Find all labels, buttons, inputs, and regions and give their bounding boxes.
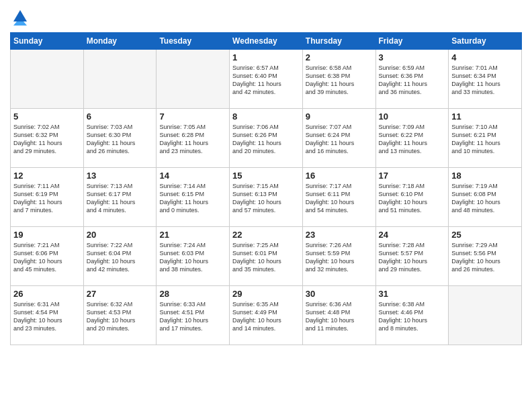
- day-number: 20: [87, 230, 154, 240]
- day-info: Sunrise: 7:28 AM Sunset: 5:57 PM Dayligh…: [379, 241, 446, 274]
- day-number: 16: [306, 171, 373, 181]
- day-number: 25: [451, 230, 519, 240]
- day-number: 9: [306, 111, 373, 122]
- weekday-header-sunday: Sunday: [11, 33, 84, 50]
- logo: [10, 7, 32, 27]
- day-number: 8: [232, 111, 300, 122]
- calendar-cell: 9Sunrise: 7:07 AM Sunset: 6:24 PM Daylig…: [302, 109, 375, 168]
- weekday-header-saturday: Saturday: [449, 33, 522, 50]
- calendar-cell: 3Sunrise: 6:59 AM Sunset: 6:36 PM Daylig…: [375, 50, 449, 109]
- svg-marker-0: [13, 10, 27, 21]
- calendar-cell: 13Sunrise: 7:13 AM Sunset: 6:17 PM Dayli…: [83, 168, 157, 227]
- calendar-cell: 21Sunrise: 7:24 AM Sunset: 6:03 PM Dayli…: [157, 227, 230, 286]
- svg-marker-1: [13, 21, 27, 26]
- week-row-4: 19Sunrise: 7:21 AM Sunset: 6:06 PM Dayli…: [11, 227, 522, 286]
- calendar-cell: 1Sunrise: 6:57 AM Sunset: 6:40 PM Daylig…: [230, 50, 303, 109]
- calendar-cell: 24Sunrise: 7:28 AM Sunset: 5:57 PM Dayli…: [375, 227, 449, 286]
- weekday-header-tuesday: Tuesday: [157, 33, 230, 50]
- day-info: Sunrise: 7:06 AM Sunset: 6:26 PM Dayligh…: [232, 123, 300, 156]
- day-info: Sunrise: 6:58 AM Sunset: 6:38 PM Dayligh…: [306, 64, 373, 97]
- day-info: Sunrise: 7:11 AM Sunset: 6:19 PM Dayligh…: [13, 182, 81, 215]
- calendar-cell: 8Sunrise: 7:06 AM Sunset: 6:26 PM Daylig…: [230, 109, 303, 168]
- calendar-cell: [83, 50, 157, 109]
- day-info: Sunrise: 6:36 AM Sunset: 4:48 PM Dayligh…: [306, 300, 373, 333]
- calendar-cell: 10Sunrise: 7:09 AM Sunset: 6:22 PM Dayli…: [375, 109, 449, 168]
- day-number: 1: [232, 52, 300, 62]
- calendar-table: SundayMondayTuesdayWednesdayThursdayFrid…: [10, 32, 522, 345]
- day-number: 10: [379, 111, 446, 122]
- calendar-cell: [11, 50, 84, 109]
- weekday-header-thursday: Thursday: [302, 33, 375, 50]
- day-info: Sunrise: 7:07 AM Sunset: 6:24 PM Dayligh…: [306, 123, 373, 156]
- week-row-5: 26Sunrise: 6:31 AM Sunset: 4:54 PM Dayli…: [11, 286, 522, 345]
- calendar-cell: 18Sunrise: 7:19 AM Sunset: 6:08 PM Dayli…: [449, 168, 522, 227]
- day-number: 22: [232, 230, 300, 240]
- calendar-cell: 2Sunrise: 6:58 AM Sunset: 6:38 PM Daylig…: [302, 50, 375, 109]
- weekday-header-monday: Monday: [83, 33, 157, 50]
- day-number: 29: [232, 289, 300, 299]
- day-info: Sunrise: 6:57 AM Sunset: 6:40 PM Dayligh…: [232, 64, 300, 97]
- logo-icon: [10, 7, 30, 27]
- day-number: 4: [451, 52, 519, 62]
- page: SundayMondayTuesdayWednesdayThursdayFrid…: [0, 0, 532, 411]
- weekday-header-wednesday: Wednesday: [230, 33, 303, 50]
- weekday-header-row: SundayMondayTuesdayWednesdayThursdayFrid…: [11, 33, 522, 50]
- day-info: Sunrise: 7:02 AM Sunset: 6:32 PM Dayligh…: [13, 123, 81, 156]
- calendar-cell: 28Sunrise: 6:33 AM Sunset: 4:51 PM Dayli…: [157, 286, 230, 345]
- calendar-cell: 15Sunrise: 7:15 AM Sunset: 6:13 PM Dayli…: [230, 168, 303, 227]
- week-row-2: 5Sunrise: 7:02 AM Sunset: 6:32 PM Daylig…: [11, 109, 522, 168]
- day-number: 31: [379, 289, 446, 299]
- day-number: 24: [379, 230, 446, 240]
- day-info: Sunrise: 7:19 AM Sunset: 6:08 PM Dayligh…: [451, 182, 519, 215]
- calendar-cell: 20Sunrise: 7:22 AM Sunset: 6:04 PM Dayli…: [83, 227, 157, 286]
- calendar-cell: 4Sunrise: 7:01 AM Sunset: 6:34 PM Daylig…: [449, 50, 522, 109]
- calendar-cell: 5Sunrise: 7:02 AM Sunset: 6:32 PM Daylig…: [11, 109, 84, 168]
- day-info: Sunrise: 6:31 AM Sunset: 4:54 PM Dayligh…: [13, 300, 81, 333]
- calendar-cell: 19Sunrise: 7:21 AM Sunset: 6:06 PM Dayli…: [11, 227, 84, 286]
- calendar-cell: 30Sunrise: 6:36 AM Sunset: 4:48 PM Dayli…: [302, 286, 375, 345]
- day-info: Sunrise: 7:13 AM Sunset: 6:17 PM Dayligh…: [87, 182, 154, 215]
- day-number: 17: [379, 171, 446, 181]
- calendar-cell: 16Sunrise: 7:17 AM Sunset: 6:11 PM Dayli…: [302, 168, 375, 227]
- day-number: 14: [159, 171, 226, 181]
- calendar-cell: 31Sunrise: 6:38 AM Sunset: 4:46 PM Dayli…: [375, 286, 449, 345]
- day-number: 2: [306, 52, 373, 62]
- day-info: Sunrise: 7:05 AM Sunset: 6:28 PM Dayligh…: [159, 123, 226, 156]
- day-info: Sunrise: 6:33 AM Sunset: 4:51 PM Dayligh…: [159, 300, 226, 333]
- day-number: 18: [451, 171, 519, 181]
- header: [10, 7, 522, 27]
- day-number: 6: [87, 111, 154, 122]
- calendar-cell: 23Sunrise: 7:26 AM Sunset: 5:59 PM Dayli…: [302, 227, 375, 286]
- calendar-cell: 12Sunrise: 7:11 AM Sunset: 6:19 PM Dayli…: [11, 168, 84, 227]
- calendar-cell: 14Sunrise: 7:14 AM Sunset: 6:15 PM Dayli…: [157, 168, 230, 227]
- day-number: 11: [451, 111, 519, 122]
- day-info: Sunrise: 7:17 AM Sunset: 6:11 PM Dayligh…: [306, 182, 373, 215]
- calendar-cell: 26Sunrise: 6:31 AM Sunset: 4:54 PM Dayli…: [11, 286, 84, 345]
- calendar-cell: [157, 50, 230, 109]
- day-info: Sunrise: 7:26 AM Sunset: 5:59 PM Dayligh…: [306, 241, 373, 274]
- calendar-cell: 22Sunrise: 7:25 AM Sunset: 6:01 PM Dayli…: [230, 227, 303, 286]
- day-info: Sunrise: 7:22 AM Sunset: 6:04 PM Dayligh…: [87, 241, 154, 274]
- calendar-cell: 29Sunrise: 6:35 AM Sunset: 4:49 PM Dayli…: [230, 286, 303, 345]
- day-info: Sunrise: 7:24 AM Sunset: 6:03 PM Dayligh…: [159, 241, 226, 274]
- day-number: 15: [232, 171, 300, 181]
- day-number: 7: [159, 111, 226, 122]
- day-info: Sunrise: 6:32 AM Sunset: 4:53 PM Dayligh…: [87, 300, 154, 333]
- day-info: Sunrise: 7:15 AM Sunset: 6:13 PM Dayligh…: [232, 182, 300, 215]
- day-number: 23: [306, 230, 373, 240]
- day-number: 27: [87, 289, 154, 299]
- day-number: 26: [13, 289, 81, 299]
- week-row-3: 12Sunrise: 7:11 AM Sunset: 6:19 PM Dayli…: [11, 168, 522, 227]
- day-number: 12: [13, 171, 81, 181]
- calendar-cell: 25Sunrise: 7:29 AM Sunset: 5:56 PM Dayli…: [449, 227, 522, 286]
- day-info: Sunrise: 7:14 AM Sunset: 6:15 PM Dayligh…: [159, 182, 226, 215]
- day-info: Sunrise: 6:35 AM Sunset: 4:49 PM Dayligh…: [232, 300, 300, 333]
- calendar-cell: [449, 286, 522, 345]
- day-number: 13: [87, 171, 154, 181]
- day-number: 30: [306, 289, 373, 299]
- day-info: Sunrise: 7:09 AM Sunset: 6:22 PM Dayligh…: [379, 123, 446, 156]
- calendar-cell: 27Sunrise: 6:32 AM Sunset: 4:53 PM Dayli…: [83, 286, 157, 345]
- day-number: 28: [159, 289, 226, 299]
- day-number: 21: [159, 230, 226, 240]
- day-info: Sunrise: 6:38 AM Sunset: 4:46 PM Dayligh…: [379, 300, 446, 333]
